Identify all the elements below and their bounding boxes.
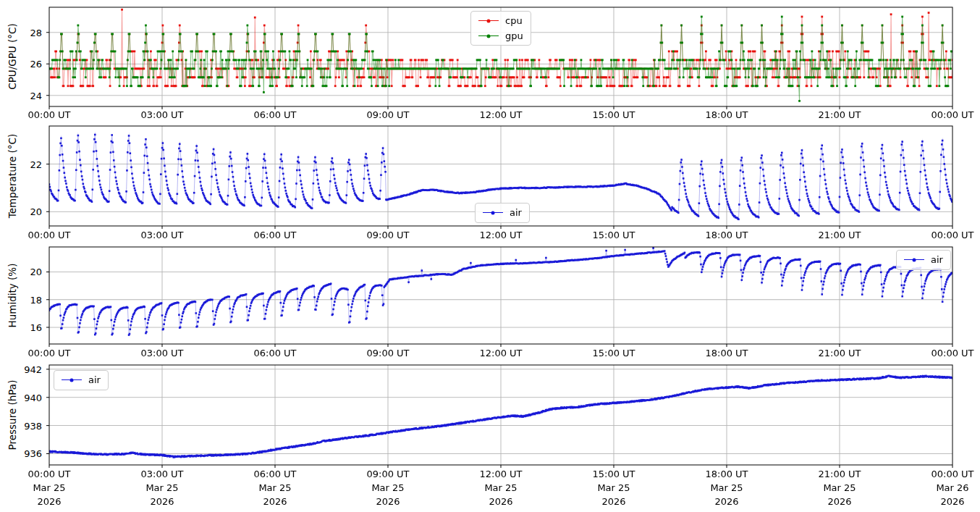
x-tick-label: 09:00 UT <box>366 230 409 240</box>
legend-marker-dot <box>491 211 495 215</box>
legend-entry-air: air <box>904 254 943 266</box>
x-tick-label: 21:00 UT <box>818 469 861 479</box>
x-tick-label: 09:00 UT <box>366 469 409 479</box>
x-year-label: 2026 <box>601 497 625 506</box>
legend-line-sample <box>478 20 499 21</box>
y-tick-label: 940 <box>0 393 42 402</box>
x-tick-label: 06:00 UT <box>253 348 296 358</box>
x-date-label: Mar 25 <box>371 483 404 492</box>
x-date-label: Mar 25 <box>823 483 856 492</box>
x-tick-label: 18:00 UT <box>705 110 748 119</box>
y-tick-label: 18 <box>0 295 42 304</box>
legend-line-sample <box>478 35 499 36</box>
legend-label: air <box>931 254 943 266</box>
x-year-label: 2026 <box>827 497 851 506</box>
legend-pressure: air <box>54 370 109 390</box>
x-tick-label: 00:00 UT <box>28 230 70 240</box>
legend-marker-dot <box>70 379 74 382</box>
x-tick-label: 00:00 UT <box>28 348 70 358</box>
x-year-label: 2026 <box>376 497 400 506</box>
y-tick-label: 26 <box>0 59 42 69</box>
x-year-label: 2026 <box>150 497 174 506</box>
plot-area-humidity <box>42 245 957 351</box>
legend-label: air <box>88 374 101 386</box>
y-tick-label: 942 <box>0 364 42 374</box>
figure: CPU/GPU (°C) Temperature (°C) Humidity (… <box>0 0 980 512</box>
x-tick-label: 12:00 UT <box>479 230 522 240</box>
y-tick-label: 20 <box>0 267 42 277</box>
x-date-label: Mar 25 <box>710 483 743 492</box>
legend-entry-cpu: cpu <box>478 15 523 27</box>
legend-line-sample <box>483 212 503 213</box>
x-tick-label: 00:00 UT <box>931 230 973 240</box>
x-tick-label: 03:00 UT <box>140 348 183 358</box>
legend-label: air <box>510 207 522 219</box>
x-tick-label: 09:00 UT <box>366 110 409 119</box>
legend-marker-dot <box>487 20 491 23</box>
x-tick-label: 21:00 UT <box>818 110 861 119</box>
x-date-label: Mar 25 <box>33 483 65 492</box>
y-tick-label: 20 <box>0 207 42 217</box>
x-tick-label: 18:00 UT <box>705 469 748 479</box>
y-tick-label: 24 <box>0 91 42 100</box>
x-year-label: 2026 <box>489 497 512 506</box>
x-date-label: Mar 25 <box>597 483 630 492</box>
x-tick-label: 21:00 UT <box>818 348 861 358</box>
x-tick-label: 06:00 UT <box>253 469 296 479</box>
x-date-label: Mar 26 <box>936 483 968 492</box>
x-tick-label: 12:00 UT <box>479 469 522 479</box>
x-year-label: 2026 <box>714 497 738 506</box>
legend-entry-gpu: gpu <box>478 30 523 42</box>
x-year-label: 2026 <box>37 497 61 506</box>
y-tick-label: 28 <box>0 28 42 37</box>
legend-humidity: air <box>896 250 951 270</box>
legend-label: gpu <box>505 30 523 42</box>
legend-entry-air: air <box>483 207 522 219</box>
y-tick-label: 16 <box>0 323 42 332</box>
legend-marker-dot <box>913 259 916 262</box>
y-tick-label: 938 <box>0 421 42 430</box>
x-tick-label: 21:00 UT <box>818 230 861 240</box>
x-tick-label: 15:00 UT <box>592 230 635 240</box>
x-tick-label: 00:00 UT <box>28 469 70 479</box>
x-tick-label: 00:00 UT <box>931 469 973 479</box>
x-tick-label: 00:00 UT <box>28 110 70 119</box>
x-tick-label: 06:00 UT <box>253 230 296 240</box>
y-tick-label: 936 <box>0 449 42 458</box>
legend-line-sample <box>904 259 924 260</box>
y-tick-label: 22 <box>0 159 42 169</box>
x-date-label: Mar 25 <box>484 483 517 492</box>
x-tick-label: 03:00 UT <box>140 230 183 240</box>
x-tick-label: 06:00 UT <box>253 110 296 119</box>
x-tick-label: 12:00 UT <box>479 348 522 358</box>
legend-air-temperature: air <box>475 203 530 223</box>
x-tick-label: 12:00 UT <box>479 110 522 119</box>
legend-marker-dot <box>487 34 491 38</box>
legend-label: cpu <box>505 15 523 27</box>
x-tick-label: 03:00 UT <box>140 469 183 479</box>
legend-cpu-gpu-temperature: cpugpu <box>470 11 531 46</box>
x-tick-label: 18:00 UT <box>705 230 748 240</box>
legend-entry-air: air <box>62 374 101 386</box>
x-tick-label: 18:00 UT <box>705 348 748 358</box>
x-tick-label: 00:00 UT <box>931 348 973 358</box>
x-tick-label: 15:00 UT <box>592 348 635 358</box>
x-date-label: Mar 25 <box>145 483 178 492</box>
x-tick-label: 03:00 UT <box>140 110 183 119</box>
x-year-label: 2026 <box>263 497 287 506</box>
plot-area-pressure <box>42 364 957 472</box>
x-tick-label: 15:00 UT <box>592 469 635 479</box>
y-axis-label-temperature: Temperature (°C) <box>7 134 18 219</box>
x-date-label: Mar 25 <box>258 483 291 492</box>
x-tick-label: 00:00 UT <box>931 110 973 119</box>
y-axis-label-pressure: Pressure (hPa) <box>7 380 18 450</box>
x-year-label: 2026 <box>940 497 964 506</box>
x-tick-label: 09:00 UT <box>366 348 409 358</box>
x-tick-label: 15:00 UT <box>592 110 635 119</box>
legend-line-sample <box>62 379 82 380</box>
